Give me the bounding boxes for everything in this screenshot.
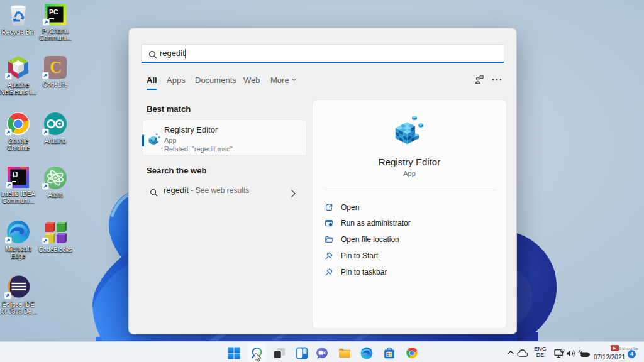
svg-text:IJ: IJ — [13, 172, 18, 178]
svg-text:PC: PC — [49, 8, 58, 16]
svg-text:C: C — [50, 58, 62, 77]
